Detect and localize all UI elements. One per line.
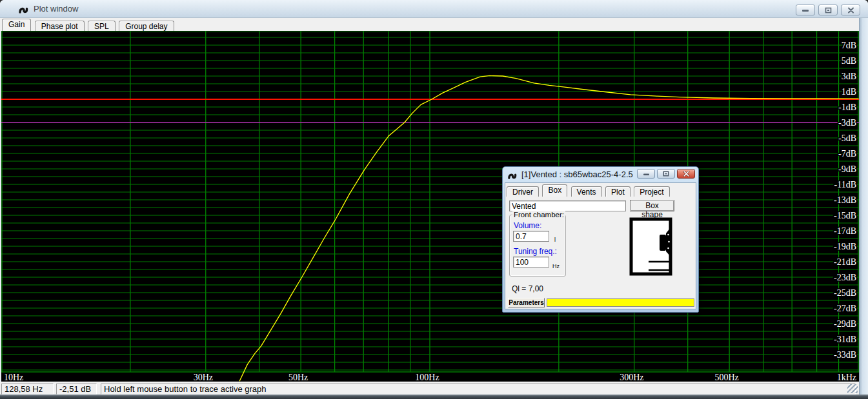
- dialog-title: [1]Vented : sb65wbac25-4-2.5: [521, 170, 633, 179]
- y-axis-label: 3dB: [842, 72, 856, 81]
- x-axis-label: 30Hz: [194, 373, 213, 382]
- parameters-tab[interactable]: Parameters: [508, 298, 545, 307]
- y-axis-label: -23dB: [834, 273, 856, 282]
- window-right-border: [859, 18, 868, 394]
- close-icon: [683, 171, 690, 177]
- close-icon: [847, 7, 854, 14]
- y-axis-label: -33dB: [834, 350, 856, 360]
- x-axis-label: 50Hz: [288, 373, 308, 382]
- volume-unit: l: [554, 237, 556, 243]
- x-axis-label: 100Hz: [415, 373, 439, 382]
- dialog-titlebar[interactable]: [1]Vented : sb65wbac25-4-2.5: [505, 167, 696, 182]
- y-axis-label: -1dB: [838, 102, 856, 112]
- y-axis-label: -13dB: [834, 195, 856, 205]
- status-frequency-readout: 128,58 Hz: [1, 384, 54, 394]
- app-icon: [18, 4, 28, 14]
- status-bar: 128,58 Hz -2,51 dB Hold left mouse butto…: [0, 382, 859, 394]
- tab-vents[interactable]: Vents: [571, 186, 602, 197]
- x-axis-label: 10Hz: [4, 373, 23, 382]
- box-type-input[interactable]: [509, 200, 626, 211]
- speaker-magnet-icon: [660, 235, 666, 251]
- gain-plot[interactable]: 7dB5dB3dB1dB-1dB-3dB-5dB-7dB-9dB-11dB-13…: [1, 31, 859, 382]
- status-level-readout: -2,51 dB: [56, 384, 97, 394]
- y-axis-label: 7dB: [842, 41, 856, 50]
- dialog-close-button[interactable]: [677, 169, 695, 179]
- restore-icon: [825, 7, 832, 14]
- x-axis-label: 300Hz: [620, 373, 643, 382]
- status-hint: Hold left mouse button to trace active g…: [101, 384, 856, 394]
- dialog-app-icon: [507, 170, 517, 180]
- y-axis-label: -3dB: [838, 118, 856, 128]
- y-axis-label: -9dB: [838, 164, 856, 174]
- window-title: Plot window: [34, 4, 78, 14]
- volume-label: Volume:: [514, 221, 541, 230]
- tuning-freq-label: Tuning freq.:: [514, 247, 557, 256]
- minimize-button[interactable]: [796, 5, 815, 15]
- y-axis-label: -11dB: [834, 180, 856, 190]
- window-bottom-border: [0, 394, 868, 399]
- dialog-window-controls: [637, 169, 695, 179]
- tab-gain[interactable]: Gain: [2, 19, 31, 31]
- y-axis-label: -5dB: [838, 133, 856, 143]
- x-axis-label: 500Hz: [714, 373, 738, 382]
- y-axis-label: 1dB: [842, 87, 856, 97]
- close-button[interactable]: [841, 5, 860, 15]
- y-axis-label: -21dB: [834, 257, 856, 267]
- tuning-freq-unit: Hz: [552, 263, 560, 269]
- tuning-freq-input[interactable]: [513, 257, 549, 268]
- plot-tab-bar: Gain Phase plot SPL Group delay: [0, 18, 859, 31]
- front-chamber-group: Front chamber: Volume: l Tuning freq.: H…: [509, 215, 566, 277]
- plot-window-titlebar[interactable]: Plot window: [0, 0, 868, 18]
- y-axis-label: -17dB: [834, 226, 856, 236]
- dialog-content: Driver Box Vents Plot Project Box shape …: [505, 182, 696, 309]
- y-axis-label: 5dB: [842, 56, 856, 66]
- vented-box-dialog: [1]Vented : sb65wbac25-4-2.5 Driver Box …: [502, 166, 699, 313]
- tab-spl[interactable]: SPL: [88, 21, 116, 31]
- dialog-restore-button[interactable]: [657, 169, 675, 179]
- minimize-icon: [802, 7, 809, 13]
- box-shape-diagram: [628, 217, 674, 277]
- front-chamber-legend: Front chamber:: [512, 211, 565, 219]
- gain-plot-canvas: 7dB5dB3dB1dB-1dB-3dB-5dB-7dB-9dB-11dB-13…: [1, 31, 859, 382]
- resize-grip[interactable]: [847, 384, 858, 393]
- tab-plot[interactable]: Plot: [605, 186, 631, 197]
- y-axis-label: -19dB: [834, 242, 856, 251]
- tab-box[interactable]: Box: [542, 184, 567, 197]
- tab-group-delay[interactable]: Group delay: [119, 21, 174, 31]
- y-axis-label: -7dB: [838, 149, 856, 159]
- tab-project[interactable]: Project: [634, 186, 669, 197]
- tab-driver[interactable]: Driver: [507, 186, 539, 197]
- dialog-tab-bar: Driver Box Vents Plot Project: [507, 184, 671, 197]
- dialog-minimize-button[interactable]: [637, 169, 655, 179]
- y-axis-label: -29dB: [834, 319, 856, 329]
- y-axis-label: -15dB: [834, 211, 856, 220]
- restore-icon: [663, 171, 669, 177]
- dialog-footer: Parameters: [507, 298, 694, 307]
- minimize-icon: [643, 171, 650, 177]
- x-axis-label: 1kHz: [837, 373, 856, 382]
- volume-input[interactable]: [513, 231, 549, 242]
- y-axis-label: -31dB: [834, 335, 856, 344]
- y-axis-label: -25dB: [834, 288, 856, 298]
- ql-readout: Ql = 7,00: [512, 284, 543, 293]
- box-shape-button[interactable]: Box shape: [630, 200, 674, 211]
- y-axis-label: -27dB: [834, 304, 856, 313]
- tab-phase-plot[interactable]: Phase plot: [35, 21, 85, 31]
- restore-button[interactable]: [818, 5, 838, 15]
- window-controls: [796, 5, 860, 15]
- parameters-highlight-bar: [547, 298, 694, 307]
- plot-window: Plot window Gain Phase plot SPL Group de…: [0, 0, 868, 399]
